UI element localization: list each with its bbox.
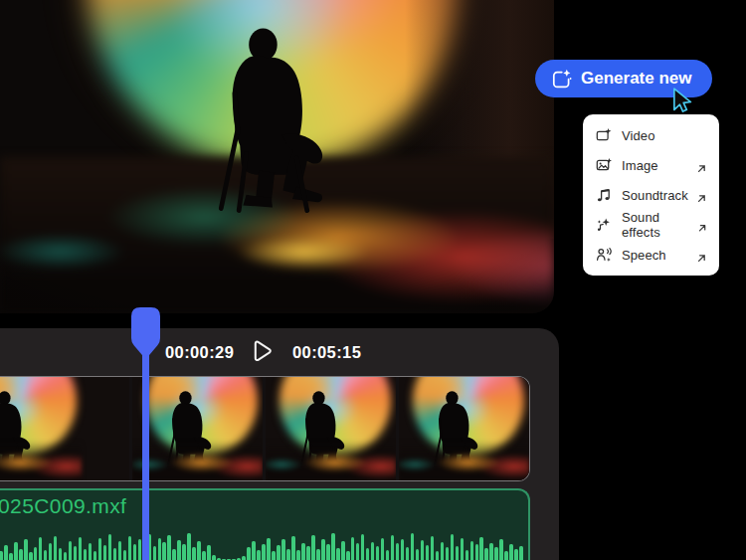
waveform-bar <box>475 544 479 560</box>
menu-item-sound-effects[interactable]: Sound effects <box>583 210 719 240</box>
menu-item-speech[interactable]: Speech <box>583 240 719 270</box>
generate-menu: VideoImageSoundtrackSound effectsSpeech <box>583 114 719 276</box>
generate-sparkle-icon <box>550 68 572 90</box>
waveform-bar <box>138 539 142 560</box>
waveform-bar <box>479 537 483 560</box>
waveform-bar <box>39 537 43 560</box>
waveform-bar <box>49 543 53 560</box>
waveform-bar <box>406 547 410 560</box>
waveform-bar <box>98 538 102 560</box>
waveform-bar <box>103 545 107 560</box>
menu-item-label: Sound effects <box>622 210 697 240</box>
waveform-bar <box>59 548 63 560</box>
video-generate-icon <box>596 127 612 143</box>
waveform-bar <box>123 550 127 560</box>
waveform-bar <box>416 549 420 560</box>
filmstrip-thumbnail <box>399 377 529 480</box>
waveform-bar <box>296 550 300 560</box>
thumbnail-floor <box>0 441 82 480</box>
waveform-bar <box>212 555 216 560</box>
waveform-bar <box>197 541 201 560</box>
waveform-bar <box>267 538 271 560</box>
video-clip-track[interactable] <box>0 376 530 481</box>
sound-effects-icon <box>596 217 612 233</box>
thumbnail-floor <box>399 441 529 480</box>
playhead-handle[interactable] <box>131 307 160 359</box>
waveform-bar <box>54 536 58 560</box>
waveform-bar <box>401 539 405 560</box>
waveform-bar <box>356 543 360 560</box>
waveform-bar <box>207 545 211 560</box>
waveform-bar <box>242 556 246 560</box>
menu-item-label: Image <box>622 158 658 173</box>
waveform-bar <box>451 534 455 560</box>
waveform-bar <box>361 534 365 560</box>
current-timecode: 00:00:29 <box>165 343 234 362</box>
total-timecode: 00:05:15 <box>292 343 361 362</box>
waveform-bar <box>494 547 498 560</box>
waveform-bar <box>44 550 48 560</box>
menu-item-label: Speech <box>622 248 666 263</box>
waveform-bar <box>162 542 166 560</box>
playhead-stem <box>142 350 149 560</box>
waveform-bar <box>202 551 206 560</box>
menu-item-image[interactable]: Image <box>583 150 719 180</box>
filmstrip-thumbnail <box>132 377 263 480</box>
menu-item-video[interactable]: Video <box>583 120 719 150</box>
waveform-bar <box>331 533 335 560</box>
waveform-bar <box>257 550 261 560</box>
video-preview <box>0 0 554 313</box>
waveform-bar <box>24 539 28 560</box>
waveform-bar <box>281 539 285 560</box>
waveform-bar <box>252 541 256 560</box>
waveform-bar <box>118 541 122 560</box>
waveform-bar <box>509 544 513 560</box>
waveform-bar <box>0 551 3 560</box>
waveform-bar <box>426 545 430 560</box>
filmstrip-thumbnail <box>266 377 396 480</box>
waveform-bar <box>386 550 390 560</box>
waveform-bar <box>411 533 415 560</box>
waveform-bar <box>484 548 488 560</box>
waveform-bar <box>113 548 117 560</box>
waveform-bar <box>311 535 315 560</box>
waveform-bar <box>291 536 295 560</box>
waveform-bar <box>133 544 137 560</box>
waveform-bar <box>158 538 162 560</box>
arrow-up-right-icon <box>696 190 707 201</box>
menu-item-soundtrack[interactable]: Soundtrack <box>583 180 719 210</box>
waveform-bar <box>84 549 88 560</box>
waveform-bar <box>499 539 503 560</box>
app-canvas: Generate new VideoImageSoundtrackSound e… <box>0 0 746 560</box>
filmstrip-thumbnail <box>0 377 129 480</box>
audio-clip-track[interactable]: 025C009.mxf <box>0 488 530 560</box>
waveform-bar <box>93 551 97 560</box>
waveform-bar <box>470 541 474 560</box>
play-icon <box>248 338 274 364</box>
waveform-bar <box>396 543 400 560</box>
waveform-bar <box>446 547 450 560</box>
arrow-up-right-icon <box>697 220 707 231</box>
waveform-bar <box>89 543 93 560</box>
waveform-bar <box>9 553 13 560</box>
waveform-bar <box>64 552 68 560</box>
waveform-bar <box>421 540 425 560</box>
waveform-bar <box>351 537 355 560</box>
waveform-bar <box>514 549 518 560</box>
waveform-bar <box>79 537 83 560</box>
speech-icon <box>596 247 612 263</box>
waveform-bar <box>14 542 18 560</box>
waveform-bar <box>371 542 375 560</box>
waveform-bar <box>172 549 176 560</box>
waveform-bar <box>167 535 171 560</box>
thumbnail-floor <box>132 441 263 480</box>
waveform-bar <box>431 536 435 560</box>
waveform-bar <box>29 552 33 560</box>
timeline-panel: 00:00:29 00:05:15 025C009.mxf <box>0 328 559 560</box>
play-button[interactable] <box>248 338 274 364</box>
waveform-bar <box>187 533 191 560</box>
waveform-bar <box>69 541 73 560</box>
waveform-bar <box>108 534 112 560</box>
waveform-bar <box>461 538 465 560</box>
arrow-up-right-icon <box>696 160 707 171</box>
